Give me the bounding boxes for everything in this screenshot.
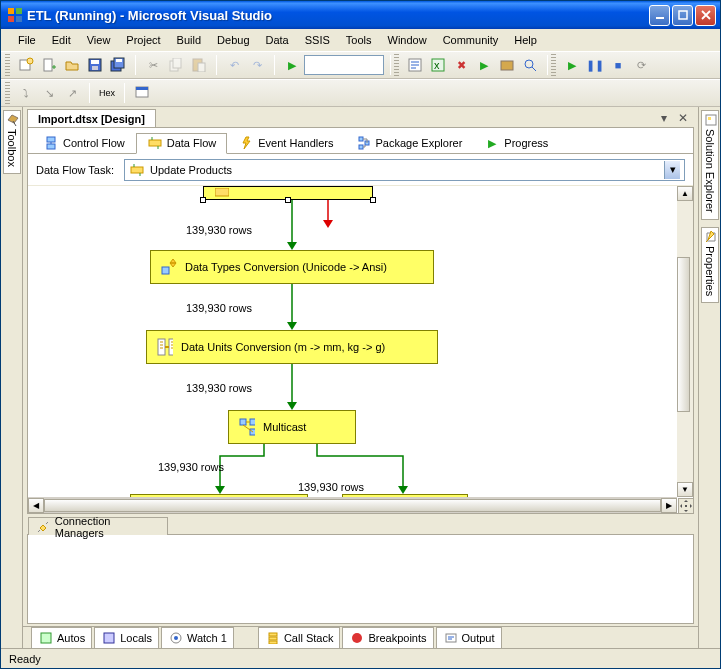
save-button[interactable] bbox=[84, 54, 106, 76]
titlebar: ETL (Running) - Microsoft Visual Studio bbox=[1, 1, 720, 29]
watch-icon bbox=[168, 630, 184, 646]
bottom-tab-strip: Autos Locals Watch 1 Call Stack Breakpoi… bbox=[23, 626, 698, 648]
pan-grip-icon[interactable] bbox=[678, 498, 693, 513]
svg-rect-22 bbox=[501, 61, 513, 70]
debug-windows-button[interactable] bbox=[131, 82, 153, 104]
svg-rect-4 bbox=[656, 17, 664, 19]
scroll-up-button[interactable]: ▲ bbox=[677, 186, 693, 201]
close-document-button[interactable]: ✕ bbox=[674, 109, 692, 127]
autos-icon bbox=[38, 630, 54, 646]
connection-managers-tab[interactable]: Connection Managers bbox=[28, 517, 168, 535]
step-out-button: ↗ bbox=[61, 82, 83, 104]
redo-button: ↷ bbox=[246, 54, 268, 76]
active-files-button[interactable]: ▾ bbox=[657, 109, 671, 127]
scroll-right-button[interactable]: ▶ bbox=[661, 498, 677, 513]
config-dropdown[interactable] bbox=[304, 55, 384, 75]
tab-package-explorer[interactable]: Package Explorer bbox=[345, 132, 474, 153]
solution-explorer-tab[interactable]: Solution Explorer bbox=[701, 110, 719, 220]
save-all-button[interactable] bbox=[107, 54, 129, 76]
scroll-thumb[interactable] bbox=[44, 499, 661, 512]
flow-box-units-conversion[interactable]: Data Units Conversion (m -> mm, kg -> g) bbox=[146, 330, 438, 364]
vertical-scrollbar[interactable]: ▲ ▼ bbox=[677, 186, 693, 497]
task-selected: Update Products bbox=[150, 164, 232, 176]
new-project-button[interactable] bbox=[15, 54, 37, 76]
menu-file[interactable]: File bbox=[11, 32, 43, 48]
output-icon bbox=[443, 630, 459, 646]
svg-rect-42 bbox=[685, 505, 687, 507]
svg-rect-44 bbox=[104, 633, 114, 643]
menu-community[interactable]: Community bbox=[436, 32, 506, 48]
ssis-variables-button[interactable]: x bbox=[427, 54, 449, 76]
maximize-button[interactable] bbox=[672, 5, 693, 26]
design-canvas[interactable]: 139,930 rows Data Types Conversion (Unic… bbox=[28, 186, 693, 513]
menu-window[interactable]: Window bbox=[381, 32, 434, 48]
horizontal-scrollbar[interactable]: ◀ ▶ bbox=[28, 497, 677, 513]
toolbar-handle-2[interactable] bbox=[394, 54, 399, 76]
menu-help[interactable]: Help bbox=[507, 32, 544, 48]
add-item-button[interactable] bbox=[38, 54, 60, 76]
menu-view[interactable]: View bbox=[80, 32, 118, 48]
open-button[interactable] bbox=[61, 54, 83, 76]
document-tab[interactable]: Import.dtsx [Design] bbox=[27, 109, 156, 127]
menu-edit[interactable]: Edit bbox=[45, 32, 78, 48]
svg-rect-18 bbox=[198, 63, 205, 72]
tab-watch[interactable]: Watch 1 bbox=[161, 627, 234, 649]
ssis-explore-button[interactable] bbox=[519, 54, 541, 76]
selection-handle[interactable] bbox=[370, 197, 376, 203]
toolbar-handle-4[interactable] bbox=[5, 82, 10, 104]
tab-data-flow[interactable]: Data Flow bbox=[136, 133, 228, 154]
tab-event-handlers[interactable]: Event Handlers bbox=[227, 132, 344, 153]
tab-call-stack[interactable]: Call Stack bbox=[258, 627, 341, 649]
scroll-thumb[interactable] bbox=[677, 257, 690, 412]
ssis-log-button[interactable] bbox=[404, 54, 426, 76]
ssis-start-button[interactable]: ▶ bbox=[473, 54, 495, 76]
svg-rect-27 bbox=[47, 144, 55, 149]
menu-tools[interactable]: Tools bbox=[339, 32, 379, 48]
tab-breakpoints[interactable]: Breakpoints bbox=[342, 627, 433, 649]
svg-rect-38 bbox=[250, 419, 255, 425]
selection-handle[interactable] bbox=[285, 197, 291, 203]
row-count-label: 139,930 rows bbox=[186, 302, 252, 314]
minimize-button[interactable] bbox=[649, 5, 670, 26]
designer-tabs: Control Flow Data Flow Event Handlers Pa… bbox=[28, 128, 693, 154]
menu-debug[interactable]: Debug bbox=[210, 32, 256, 48]
menu-project[interactable]: Project bbox=[119, 32, 167, 48]
callstack-icon bbox=[265, 630, 281, 646]
tab-progress[interactable]: ▶ Progress bbox=[473, 132, 559, 153]
scroll-down-button[interactable]: ▼ bbox=[677, 482, 693, 497]
debug-continue-button[interactable]: ▶ bbox=[561, 54, 583, 76]
flow-box-multicast[interactable]: Multicast bbox=[228, 410, 356, 444]
properties-tab[interactable]: Properties bbox=[701, 227, 719, 303]
debug-pause-button[interactable]: ❚❚ bbox=[584, 54, 606, 76]
selection-handle[interactable] bbox=[200, 197, 206, 203]
scroll-left-button[interactable]: ◀ bbox=[28, 498, 44, 513]
connection-icon bbox=[35, 519, 51, 535]
tab-locals[interactable]: Locals bbox=[94, 627, 159, 649]
statusbar: Ready bbox=[1, 648, 720, 668]
toolbar-handle-3[interactable] bbox=[551, 54, 556, 76]
task-dropdown[interactable]: Update Products ▾ bbox=[124, 159, 685, 181]
menu-build[interactable]: Build bbox=[170, 32, 208, 48]
ssis-package-button[interactable] bbox=[496, 54, 518, 76]
svg-rect-32 bbox=[131, 167, 143, 173]
svg-rect-36 bbox=[169, 339, 173, 355]
start-debug-button[interactable]: ▶ bbox=[281, 54, 303, 76]
menu-data[interactable]: Data bbox=[259, 32, 296, 48]
svg-rect-30 bbox=[359, 145, 363, 149]
hex-button[interactable]: Hex bbox=[96, 82, 118, 104]
progress-icon: ▶ bbox=[484, 135, 500, 151]
toolbox-tab[interactable]: Toolbox bbox=[3, 110, 21, 174]
svg-rect-51 bbox=[446, 634, 456, 642]
svg-rect-29 bbox=[359, 137, 363, 141]
menu-ssis[interactable]: SSIS bbox=[298, 32, 337, 48]
svg-rect-3 bbox=[16, 16, 22, 22]
close-button[interactable] bbox=[695, 5, 716, 26]
ssis-settings-button[interactable]: ✖ bbox=[450, 54, 472, 76]
flow-box-types-conversion[interactable]: Data Types Conversion (Unicode -> Ansi) bbox=[150, 250, 434, 284]
toolbar-handle[interactable] bbox=[5, 54, 10, 76]
svg-rect-11 bbox=[92, 66, 98, 70]
tab-output[interactable]: Output bbox=[436, 627, 502, 649]
tab-control-flow[interactable]: Control Flow bbox=[32, 132, 136, 153]
debug-stop-button[interactable]: ■ bbox=[607, 54, 629, 76]
tab-autos[interactable]: Autos bbox=[31, 627, 92, 649]
